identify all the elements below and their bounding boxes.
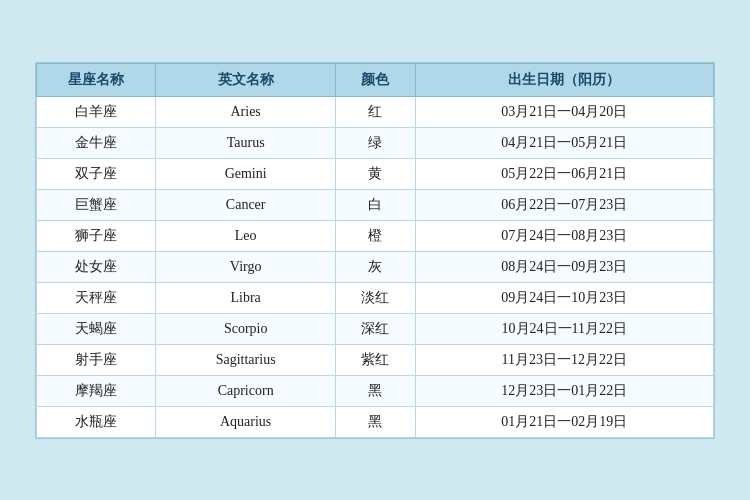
cell-color: 黑 bbox=[335, 375, 415, 406]
cell-chinese: 水瓶座 bbox=[37, 406, 156, 437]
cell-color: 深红 bbox=[335, 313, 415, 344]
table-row: 巨蟹座Cancer白06月22日一07月23日 bbox=[37, 189, 714, 220]
cell-chinese: 双子座 bbox=[37, 158, 156, 189]
header-chinese: 星座名称 bbox=[37, 63, 156, 96]
cell-chinese: 射手座 bbox=[37, 344, 156, 375]
cell-english: Aquarius bbox=[156, 406, 335, 437]
cell-chinese: 狮子座 bbox=[37, 220, 156, 251]
table-row: 摩羯座Capricorn黑12月23日一01月22日 bbox=[37, 375, 714, 406]
cell-color: 黄 bbox=[335, 158, 415, 189]
cell-date: 11月23日一12月22日 bbox=[415, 344, 713, 375]
cell-english: Capricorn bbox=[156, 375, 335, 406]
cell-date: 12月23日一01月22日 bbox=[415, 375, 713, 406]
cell-english: Taurus bbox=[156, 127, 335, 158]
table-header-row: 星座名称 英文名称 颜色 出生日期（阳历） bbox=[37, 63, 714, 96]
cell-chinese: 天蝎座 bbox=[37, 313, 156, 344]
cell-date: 01月21日一02月19日 bbox=[415, 406, 713, 437]
cell-date: 03月21日一04月20日 bbox=[415, 96, 713, 127]
cell-english: Leo bbox=[156, 220, 335, 251]
table-row: 金牛座Taurus绿04月21日一05月21日 bbox=[37, 127, 714, 158]
cell-date: 06月22日一07月23日 bbox=[415, 189, 713, 220]
cell-color: 黑 bbox=[335, 406, 415, 437]
cell-date: 04月21日一05月21日 bbox=[415, 127, 713, 158]
zodiac-table-container: 星座名称 英文名称 颜色 出生日期（阳历） 白羊座Aries红03月21日一04… bbox=[35, 62, 715, 439]
cell-date: 05月22日一06月21日 bbox=[415, 158, 713, 189]
table-row: 双子座Gemini黄05月22日一06月21日 bbox=[37, 158, 714, 189]
cell-english: Gemini bbox=[156, 158, 335, 189]
table-row: 狮子座Leo橙07月24日一08月23日 bbox=[37, 220, 714, 251]
cell-color: 红 bbox=[335, 96, 415, 127]
cell-chinese: 金牛座 bbox=[37, 127, 156, 158]
cell-color: 白 bbox=[335, 189, 415, 220]
cell-chinese: 处女座 bbox=[37, 251, 156, 282]
zodiac-table: 星座名称 英文名称 颜色 出生日期（阳历） 白羊座Aries红03月21日一04… bbox=[36, 63, 714, 438]
cell-chinese: 白羊座 bbox=[37, 96, 156, 127]
cell-english: Scorpio bbox=[156, 313, 335, 344]
cell-date: 08月24日一09月23日 bbox=[415, 251, 713, 282]
cell-color: 紫红 bbox=[335, 344, 415, 375]
cell-color: 绿 bbox=[335, 127, 415, 158]
cell-date: 07月24日一08月23日 bbox=[415, 220, 713, 251]
header-color: 颜色 bbox=[335, 63, 415, 96]
table-row: 天秤座Libra淡红09月24日一10月23日 bbox=[37, 282, 714, 313]
cell-date: 10月24日一11月22日 bbox=[415, 313, 713, 344]
cell-color: 橙 bbox=[335, 220, 415, 251]
header-english: 英文名称 bbox=[156, 63, 335, 96]
cell-chinese: 天秤座 bbox=[37, 282, 156, 313]
cell-color: 灰 bbox=[335, 251, 415, 282]
cell-english: Libra bbox=[156, 282, 335, 313]
cell-english: Aries bbox=[156, 96, 335, 127]
cell-date: 09月24日一10月23日 bbox=[415, 282, 713, 313]
cell-english: Cancer bbox=[156, 189, 335, 220]
cell-color: 淡红 bbox=[335, 282, 415, 313]
table-row: 处女座Virgo灰08月24日一09月23日 bbox=[37, 251, 714, 282]
table-row: 水瓶座Aquarius黑01月21日一02月19日 bbox=[37, 406, 714, 437]
table-row: 天蝎座Scorpio深红10月24日一11月22日 bbox=[37, 313, 714, 344]
cell-chinese: 巨蟹座 bbox=[37, 189, 156, 220]
table-row: 白羊座Aries红03月21日一04月20日 bbox=[37, 96, 714, 127]
cell-chinese: 摩羯座 bbox=[37, 375, 156, 406]
header-date: 出生日期（阳历） bbox=[415, 63, 713, 96]
table-row: 射手座Sagittarius紫红11月23日一12月22日 bbox=[37, 344, 714, 375]
cell-english: Sagittarius bbox=[156, 344, 335, 375]
cell-english: Virgo bbox=[156, 251, 335, 282]
